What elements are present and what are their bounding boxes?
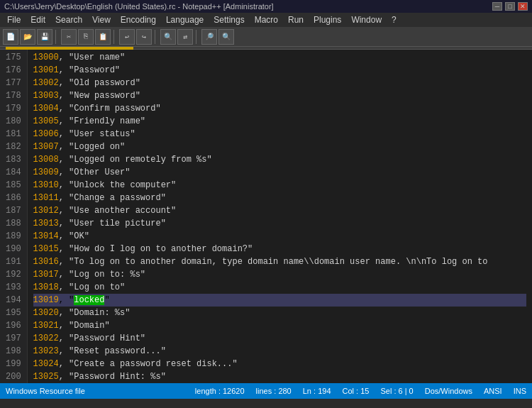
string-value: , "How do I log on to another domain?" bbox=[59, 244, 253, 254]
menu-item-search[interactable]: Search bbox=[51, 14, 87, 26]
menu-item-edit[interactable]: Edit bbox=[26, 14, 50, 26]
string-value: , "Confirm password" bbox=[59, 104, 161, 114]
string-value: , "Domain: %s" bbox=[59, 308, 131, 318]
menu-item-settings[interactable]: Settings bbox=[209, 14, 248, 26]
code-content[interactable]: 13000, "User name"13001, "Password"13002… bbox=[28, 50, 532, 383]
status-bar: Windows Resource file length : 12620 lin… bbox=[0, 383, 532, 399]
replace-button[interactable]: ⇄ bbox=[177, 29, 193, 45]
line-number: 192 bbox=[6, 268, 21, 281]
string-value: , "Log on to" bbox=[59, 282, 126, 292]
code-line: 13021, "Domain" bbox=[33, 319, 526, 332]
resource-id: 13017 bbox=[33, 270, 59, 280]
tab-bar bbox=[0, 47, 532, 50]
string-value: , "Change a password" bbox=[59, 193, 166, 203]
open-button[interactable]: 📂 bbox=[20, 29, 35, 45]
string-value: , "To log on to another domain, type dom… bbox=[59, 257, 488, 267]
code-line: 13022, "Password Hint" bbox=[33, 332, 526, 345]
resource-id: 13002 bbox=[33, 78, 59, 88]
string-value: , "User name" bbox=[59, 53, 126, 62]
line-number: 195 bbox=[6, 307, 21, 319]
string-value: , "User status" bbox=[59, 129, 135, 139]
string-value: , "Unlock the computer" bbox=[59, 180, 177, 190]
code-line: 13012, "Use another account" bbox=[33, 204, 526, 217]
resource-id: 13025 bbox=[33, 372, 59, 382]
menu-item-language[interactable]: Language bbox=[162, 14, 208, 26]
line-number: 176 bbox=[6, 64, 21, 77]
code-line: 13020, "Domain: %s" bbox=[33, 307, 526, 319]
zoom-out-button[interactable]: 🔍 bbox=[218, 29, 234, 45]
string-value: , "Password Hint" bbox=[59, 333, 145, 343]
menu-item-run[interactable]: Run bbox=[284, 14, 308, 26]
string-value: , "Other User" bbox=[59, 167, 131, 177]
code-line: 13007, "Logged on" bbox=[33, 140, 526, 153]
line-number: 178 bbox=[6, 89, 21, 102]
line-number: 193 bbox=[6, 281, 21, 294]
line-number: 181 bbox=[6, 128, 21, 140]
line-numbers: 1751761771781791801811821831841851861871… bbox=[0, 50, 28, 383]
menu-bar: FileEditSearchViewEncodingLanguageSettin… bbox=[0, 13, 532, 27]
resource-id: 13006 bbox=[33, 129, 59, 139]
menu-item-macro[interactable]: Macro bbox=[250, 14, 282, 26]
string-value: , "Domain" bbox=[59, 321, 110, 331]
string-value: , "New password" bbox=[59, 91, 140, 101]
line-number: 184 bbox=[6, 166, 21, 179]
menu-item-plugins[interactable]: Plugins bbox=[309, 14, 345, 26]
code-line: 13014, "OK" bbox=[33, 230, 526, 243]
code-line: 13004, "Confirm password" bbox=[33, 102, 526, 115]
resource-id: 13008 bbox=[33, 155, 59, 165]
new-button[interactable]: 📄 bbox=[3, 29, 18, 45]
string-value: , "Logged on remotely from %s" bbox=[59, 155, 212, 165]
code-line: 13019, "locked" bbox=[33, 294, 526, 307]
resource-id: 13023 bbox=[33, 346, 59, 356]
string-value: , "Log on to: %s" bbox=[59, 270, 145, 280]
close-button[interactable]: ✕ bbox=[518, 2, 528, 11]
string-value: , "Password" bbox=[59, 65, 120, 75]
resource-id: 13019 bbox=[33, 295, 59, 305]
window-controls[interactable]: ─ □ ✕ bbox=[492, 2, 528, 11]
undo-button[interactable]: ↩ bbox=[119, 29, 135, 45]
resource-id: 13005 bbox=[33, 116, 59, 126]
menu-item-window[interactable]: Window bbox=[347, 14, 386, 26]
copy-button[interactable]: ⎘ bbox=[78, 29, 94, 45]
code-line: 13010, "Unlock the computer" bbox=[33, 179, 526, 192]
line-number: 189 bbox=[6, 230, 21, 243]
minimize-button[interactable]: ─ bbox=[492, 2, 502, 11]
encoding: ANSI bbox=[484, 387, 502, 395]
resource-id: 13007 bbox=[33, 142, 59, 152]
line-number: 182 bbox=[6, 140, 21, 153]
zoom-in-button[interactable]: 🔎 bbox=[201, 29, 217, 45]
code-line: 13017, "Log on to: %s" bbox=[33, 268, 526, 281]
redo-button[interactable]: ↪ bbox=[136, 29, 152, 45]
save-button[interactable]: 💾 bbox=[37, 29, 52, 45]
line-number: 177 bbox=[6, 77, 21, 89]
code-line: 13013, "User tile picture" bbox=[33, 217, 526, 230]
menu-item-?[interactable]: ? bbox=[387, 14, 401, 26]
code-line: 13018, "Log on to" bbox=[33, 281, 526, 294]
resource-id: 13021 bbox=[33, 321, 59, 331]
active-tab[interactable] bbox=[6, 47, 133, 50]
code-line: 13005, "Friendly name" bbox=[33, 115, 526, 128]
toolbar-sep-1 bbox=[55, 30, 58, 44]
resource-id: 13022 bbox=[33, 333, 59, 343]
code-line: 13001, "Password" bbox=[33, 64, 526, 77]
code-line: 13023, "Reset password..." bbox=[33, 345, 526, 358]
menu-item-view[interactable]: View bbox=[88, 14, 115, 26]
code-line: 13006, "User status" bbox=[33, 128, 526, 140]
string-value: , "Use another account" bbox=[59, 206, 177, 216]
paste-button[interactable]: 📋 bbox=[95, 29, 111, 45]
mode: INS bbox=[514, 387, 526, 395]
status-right: length : 12620 lines : 280 Ln : 194 Col … bbox=[195, 387, 526, 395]
menu-item-file[interactable]: File bbox=[3, 14, 25, 26]
menu-item-encoding[interactable]: Encoding bbox=[116, 14, 160, 26]
line-number: 191 bbox=[6, 255, 21, 268]
maximize-button[interactable]: □ bbox=[505, 2, 515, 11]
resource-id: 13003 bbox=[33, 91, 59, 101]
line-number: 183 bbox=[6, 153, 21, 166]
code-line: 13024, "Create a password reset disk..." bbox=[33, 358, 526, 370]
sel-info: Sel : 6 | 0 bbox=[380, 387, 413, 395]
cut-button[interactable]: ✂ bbox=[61, 29, 77, 45]
line-number: 194 bbox=[6, 294, 21, 307]
code-editor[interactable]: 1751761771781791801811821831841851861871… bbox=[0, 50, 532, 383]
search-button[interactable]: 🔍 bbox=[160, 29, 176, 45]
code-line: 13011, "Change a password" bbox=[33, 192, 526, 204]
